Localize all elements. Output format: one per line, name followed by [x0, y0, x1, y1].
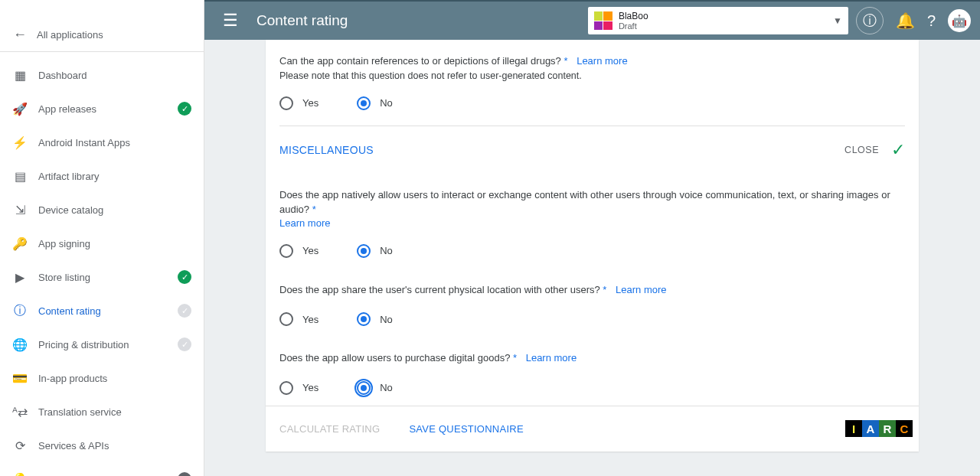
questionnaire-card: Can the app contain references to or dep… — [266, 40, 919, 452]
app-name: BlaBoo — [619, 11, 648, 21]
radio-drugs-no[interactable]: No — [357, 96, 393, 110]
radio-interact-no[interactable]: No — [357, 244, 393, 258]
page-footer: © 2019 Google· Mobile App· Help· Site Te… — [204, 452, 980, 477]
library-icon: ▤ — [12, 169, 28, 184]
rocket-icon: 🚀 — [12, 102, 28, 116]
app-avatar-icon — [594, 11, 612, 30]
check-gray-icon: ✓ — [178, 304, 191, 318]
nav-translation[interactable]: ᴬ⇄Translation service — [0, 395, 204, 429]
topbar: ☰ Content rating BlaBoo Draft ▼ ⓘ 🔔 ? 🤖 — [204, 0, 980, 40]
question-interact: Does the app natively allow users to int… — [279, 174, 905, 233]
check-icon: ✓ — [178, 102, 191, 116]
radio-location-no[interactable]: No — [357, 312, 393, 326]
nav-dashboard[interactable]: ▦Dashboard — [0, 58, 204, 92]
nav-content-rating[interactable]: ⓘContent rating✓ — [0, 294, 204, 328]
question-purchase: Does the app allow users to purchase dig… — [279, 337, 905, 370]
section-title: MISCELLANEOUS — [279, 144, 374, 156]
globe-icon: 🌐 — [12, 337, 28, 352]
dashboard-icon: ▦ — [12, 68, 28, 83]
nav-store-listing[interactable]: ▶Store listing✓ — [0, 260, 204, 294]
radio-purchase-yes[interactable]: Yes — [279, 381, 318, 395]
notifications-icon[interactable]: 🔔 — [896, 11, 915, 30]
services-icon: ⟳ — [12, 439, 28, 453]
nav-in-app-products[interactable]: 💳In-app products — [0, 361, 204, 395]
sidebar: ← All applications ▦Dashboard 🚀App relea… — [0, 0, 204, 476]
back-arrow-icon: ← — [12, 27, 28, 43]
check-gray-icon: ✓ — [178, 337, 191, 351]
nav-app-signing[interactable]: 🔑App signing — [0, 227, 204, 260]
check-icon: ✓ — [891, 140, 905, 160]
save-questionnaire-button[interactable]: SAVE QUESTIONNAIRE — [401, 419, 531, 439]
required-asterisk: * — [564, 55, 567, 67]
app-selector[interactable]: BlaBoo Draft ▼ — [588, 7, 848, 34]
card-footer: CALCULATE RATING SAVE QUESTIONNAIRE IARC — [266, 406, 919, 452]
radio-drugs-yes[interactable]: Yes — [279, 96, 318, 110]
radio-row-drugs: Yes No — [279, 86, 905, 121]
info-button[interactable]: ⓘ — [856, 7, 884, 34]
nav-optimization-tips[interactable]: 💡Optimization tips1 — [0, 462, 204, 476]
learn-more-link[interactable]: Learn more — [577, 55, 627, 67]
back-label: All applications — [37, 29, 103, 41]
question-drugs: Can the app contain references to or dep… — [279, 40, 905, 86]
tips-badge: 1 — [178, 472, 191, 476]
translate-icon: ᴬ⇄ — [12, 405, 28, 419]
rating-icon: ⓘ — [12, 303, 28, 319]
back-all-applications[interactable]: ← All applications — [0, 18, 204, 52]
calculate-rating-button: CALCULATE RATING — [272, 419, 387, 439]
nav-artifact-library[interactable]: ▤Artifact library — [0, 159, 204, 193]
chevron-down-icon: ▼ — [833, 15, 842, 26]
card-icon: 💳 — [12, 371, 28, 386]
info-icon: ⓘ — [863, 11, 877, 30]
learn-more-link[interactable]: Learn more — [279, 217, 330, 229]
nav-instant-apps[interactable]: ⚡Android Instant Apps — [0, 126, 204, 159]
iarc-logo: IARC — [845, 420, 913, 437]
sidebar-nav: ▦Dashboard 🚀App releases✓ ⚡Android Insta… — [0, 52, 204, 476]
learn-more-link[interactable]: Learn more — [526, 352, 577, 364]
radio-location-yes[interactable]: Yes — [279, 312, 318, 326]
menu-icon[interactable]: ☰ — [214, 11, 247, 31]
bolt-icon: ⚡ — [12, 135, 28, 150]
shop-icon: ▶ — [12, 270, 28, 285]
question-location: Does the app share the user's current ph… — [279, 269, 905, 302]
nav-app-releases[interactable]: 🚀App releases✓ — [0, 92, 204, 126]
nav-pricing[interactable]: 🌐Pricing & distribution✓ — [0, 328, 204, 361]
nav-device-catalog[interactable]: ⇲Device catalog — [0, 193, 204, 227]
help-icon[interactable]: ? — [927, 12, 936, 30]
section-miscellaneous: MISCELLANEOUS CLOSE ✓ — [279, 126, 905, 174]
account-avatar[interactable]: 🤖 — [948, 9, 971, 32]
question-note: Please note that this question does not … — [279, 70, 905, 81]
radio-interact-yes[interactable]: Yes — [279, 244, 318, 258]
section-close-button[interactable]: CLOSE — [844, 145, 891, 155]
radio-row-location: Yes No — [279, 302, 905, 337]
android-icon: 🤖 — [952, 14, 967, 28]
nav-services-apis[interactable]: ⟳Services & APIs — [0, 429, 204, 462]
key-icon: 🔑 — [12, 236, 28, 251]
main-content: Can the app contain references to or dep… — [204, 40, 980, 476]
check-icon: ✓ — [178, 270, 191, 284]
device-icon: ⇲ — [12, 203, 28, 217]
bulb-icon: 💡 — [12, 472, 28, 477]
radio-purchase-no[interactable]: No — [357, 381, 393, 395]
page-title: Content rating — [256, 12, 348, 29]
app-status: Draft — [619, 21, 648, 31]
radio-row-interact: Yes No — [279, 233, 905, 269]
radio-row-purchase: Yes No — [279, 370, 905, 406]
learn-more-link[interactable]: Learn more — [616, 284, 666, 295]
